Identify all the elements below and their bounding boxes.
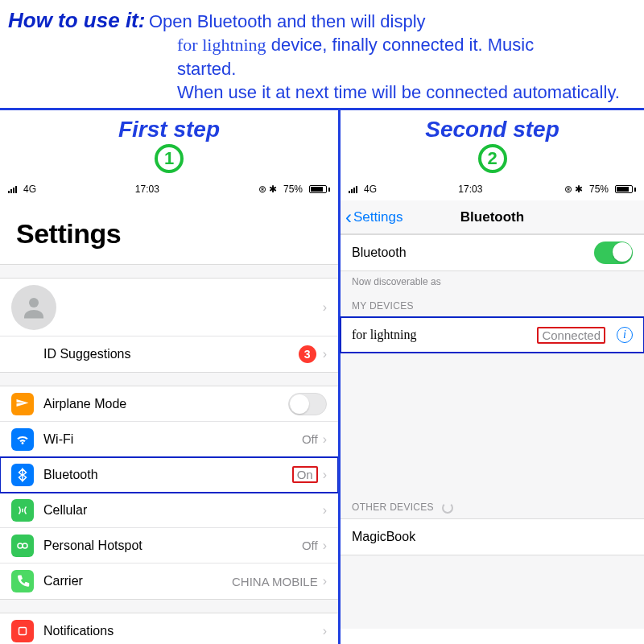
signal-icon xyxy=(349,185,357,193)
apple-id-row[interactable]: › xyxy=(0,279,338,336)
cellular-label: Cellular xyxy=(43,503,323,518)
bluetooth-label: Bluetooth xyxy=(43,468,292,482)
step-1-label: First step xyxy=(0,110,338,142)
header-line2-rest: device, finally connected it. Music xyxy=(266,35,535,55)
svg-point-1 xyxy=(18,543,23,548)
info-icon[interactable]: i xyxy=(617,327,633,343)
header-device-name: for lightning xyxy=(177,35,266,55)
id-suggestions-label: ID Suggestions xyxy=(43,347,299,361)
wifi-icon xyxy=(11,428,34,451)
status-time: 17:03 xyxy=(458,184,482,195)
id-suggestions-badge: 3 xyxy=(299,345,316,363)
notifications-label: Notifications xyxy=(43,624,323,638)
status-bt-icon: ⊛ ✱ xyxy=(564,184,583,195)
header-line3: started. xyxy=(177,57,636,81)
carrier-label: Carrier xyxy=(43,574,232,588)
status-battery-pct: 75% xyxy=(283,184,303,195)
bluetooth-icon xyxy=(11,464,34,486)
wifi-value: Off xyxy=(302,432,318,446)
bluetooth-toggle[interactable] xyxy=(594,242,633,264)
hotspot-label: Personal Hotspot xyxy=(43,539,302,553)
chevron-right-icon: › xyxy=(323,300,327,315)
device-status: Connected xyxy=(537,327,605,344)
status-carrier: 4G xyxy=(23,184,36,195)
notifications-row[interactable]: Notifications › xyxy=(0,613,338,644)
status-bar: 4G 17:03 ⊛ ✱ 75% xyxy=(0,178,338,200)
hotspot-value: Off xyxy=(302,539,318,552)
device-name: for lightning xyxy=(352,328,537,342)
step-1-column: First step 1 4G 17:03 ⊛ ✱ 75% Settings xyxy=(0,110,338,644)
hotspot-icon xyxy=(11,535,34,557)
chevron-right-icon: › xyxy=(323,624,327,638)
svg-point-2 xyxy=(23,543,27,548)
step-2-label: Second step xyxy=(341,110,644,142)
chevron-right-icon: › xyxy=(323,432,327,447)
battery-icon xyxy=(615,185,636,193)
svg-rect-3 xyxy=(19,628,27,635)
id-suggestions-row[interactable]: ID Suggestions 3 › xyxy=(0,336,338,372)
cellular-row[interactable]: Cellular › xyxy=(0,493,338,528)
header-line1: Open Bluetooth and then will disply xyxy=(149,11,426,31)
battery-icon xyxy=(309,185,330,193)
carrier-row[interactable]: Carrier CHINA MOBILE › xyxy=(0,564,338,599)
wifi-label: Wi-Fi xyxy=(43,432,302,447)
chevron-right-icon: › xyxy=(323,574,327,588)
status-battery-pct: 75% xyxy=(589,184,609,195)
airplane-icon xyxy=(11,393,34,415)
airplane-toggle[interactable] xyxy=(288,393,327,415)
settings-screen: 4G 17:03 ⊛ ✱ 75% Settings › xyxy=(0,178,338,644)
page-title: Settings xyxy=(16,218,322,250)
bluetooth-row[interactable]: Bluetooth On › xyxy=(0,457,338,493)
spinner-icon xyxy=(442,502,453,514)
bluetooth-toggle-label: Bluetooth xyxy=(352,246,594,260)
step-1-badge: 1 xyxy=(155,144,184,173)
avatar-icon xyxy=(11,285,56,330)
other-device-name: MagicBook xyxy=(352,530,633,544)
header-title: How to use it: xyxy=(8,8,145,32)
airplane-mode-row[interactable]: Airplane Mode xyxy=(0,386,338,422)
other-device-row[interactable]: MagicBook xyxy=(341,519,644,555)
status-time: 17:03 xyxy=(135,184,159,195)
instructions-header: How to use it: Open Bluetooth and then w… xyxy=(0,0,644,108)
status-bar: 4G 17:03 ⊛ ✱ 75% xyxy=(341,178,644,200)
svg-point-0 xyxy=(29,298,39,308)
carrier-value: CHINA MOBILE xyxy=(232,575,318,588)
notifications-icon xyxy=(11,620,34,642)
cellular-icon xyxy=(11,499,34,522)
step-2-badge: 2 xyxy=(478,144,507,173)
airplane-label: Airplane Mode xyxy=(43,397,288,411)
status-bt-icon: ⊛ ✱ xyxy=(258,184,277,195)
chevron-right-icon: › xyxy=(323,468,327,482)
bluetooth-toggle-row[interactable]: Bluetooth xyxy=(341,235,644,270)
chevron-right-icon: › xyxy=(323,539,327,553)
header-line4: When use it at next time will be connect… xyxy=(177,80,636,105)
wifi-row[interactable]: Wi-Fi Off › xyxy=(0,422,338,457)
discoverable-note: Now discoverable as xyxy=(341,271,644,289)
nav-bar: ‹ Settings Bluetooth xyxy=(341,200,644,234)
bluetooth-value: On xyxy=(292,466,318,483)
chevron-right-icon: › xyxy=(323,503,327,518)
phone-icon xyxy=(11,570,34,592)
signal-icon xyxy=(8,185,17,193)
bluetooth-screen: 4G 17:03 ⊛ ✱ 75% ‹ Settings Bluetooth B xyxy=(341,178,644,629)
nav-title: Bluetooth xyxy=(341,209,644,225)
hotspot-row[interactable]: Personal Hotspot Off › xyxy=(0,528,338,564)
chevron-right-icon: › xyxy=(323,347,327,361)
step-2-column: Second step 2 4G 17:03 ⊛ ✱ 75% ‹ Setting… xyxy=(338,110,644,644)
device-row[interactable]: for lightning Connected i xyxy=(341,317,644,353)
my-devices-header: MY DEVICES xyxy=(341,289,644,316)
status-carrier: 4G xyxy=(364,184,377,195)
other-devices-header: OTHER DEVICES xyxy=(341,490,644,518)
